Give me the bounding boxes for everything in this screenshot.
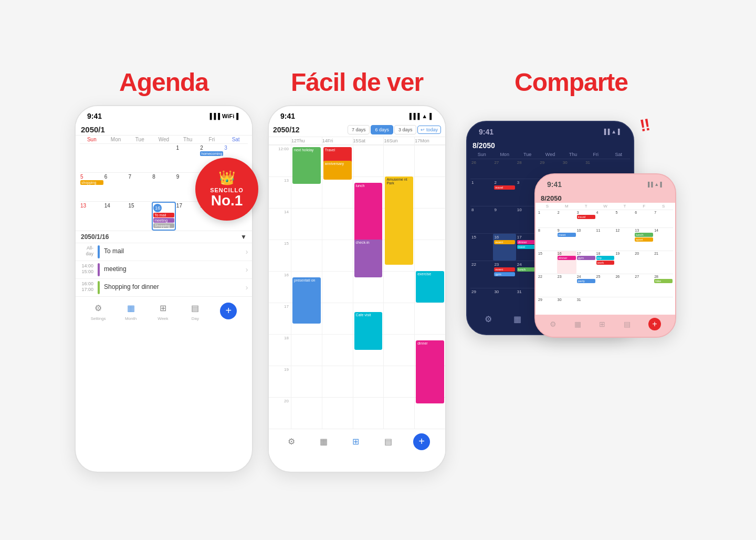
tab-settings-2[interactable]: ⚙ [284, 434, 299, 449]
cal-day-today[interactable]: 16 To mail meeting Shopping [152, 202, 176, 231]
week-event[interactable]: check-in [354, 240, 383, 277]
dark-day[interactable]: 22 [470, 261, 493, 288]
panel-comparte: Comparte ‼ 9:41 ▐▐ ▲ ▌ 8/2050 Sun Mon Tu… [461, 68, 681, 473]
event-bar: event [494, 267, 514, 272]
dark-day[interactable]: 23 event gym [493, 261, 516, 288]
view-tab-3days[interactable]: 3 days [394, 125, 417, 134]
pink-day[interactable]: 1 [538, 210, 557, 227]
pink-day[interactable]: 6 [634, 210, 654, 227]
tab-day[interactable]: ▤ Day [188, 301, 203, 321]
cal-day[interactable] [128, 144, 152, 172]
tab-week[interactable]: ⊞ Week [155, 301, 170, 321]
pink-day[interactable]: 27 [634, 274, 654, 297]
week-event[interactable]: Amuseme nt Park [385, 176, 413, 265]
pink-day[interactable]: 29 [538, 297, 557, 315]
pink-day[interactable]: 23 [557, 274, 576, 297]
dark-day[interactable]: 1 [470, 179, 493, 206]
pink-day[interactable]: 28 hike [654, 274, 673, 297]
week-event[interactable]: dinner [416, 340, 444, 403]
view-tab-7days[interactable]: 7 days [348, 125, 370, 134]
cal-day[interactable]: 1 [176, 144, 200, 172]
pink-day[interactable]: 30 [557, 297, 576, 315]
week-event[interactable]: presentati on [292, 277, 321, 324]
cal-day[interactable]: 17 [176, 202, 200, 231]
dark-day-highlight[interactable]: 16 event [493, 234, 516, 261]
tab-day-2[interactable]: ▤ [381, 434, 396, 449]
pink-day[interactable]: 8 [538, 228, 557, 251]
pink-day[interactable]: 12 [615, 228, 634, 251]
week-scroll[interactable]: 12:00 13 14 15 16 17 18 19 20 [269, 145, 445, 429]
pink-cal-weeks: 1 2 3 travel 4 5 6 7 8 9 [536, 210, 675, 315]
pink-day[interactable]: 10 [576, 228, 596, 251]
cal-day[interactable]: 5 shopping [80, 173, 104, 201]
pink-day[interactable]: 14 [654, 228, 673, 251]
tab-week-2[interactable]: ⊞ [349, 434, 363, 449]
wd-thu: Thu [562, 152, 584, 157]
pink-settings-icon[interactable]: ⚙ [550, 320, 556, 328]
pink-month-icon[interactable]: ▦ [574, 320, 581, 328]
cal-day[interactable]: 15 [128, 202, 152, 231]
dark-day[interactable]: 15 [470, 234, 493, 261]
week-event[interactable]: anniversary [323, 161, 352, 180]
pink-day[interactable]: 20 [634, 251, 654, 274]
dark-day[interactable]: 26 [470, 159, 493, 179]
tab-month-2[interactable]: ▦ [316, 434, 331, 449]
crown-icon: 👑 [218, 170, 235, 186]
dark-day[interactable]: 27 [493, 159, 516, 179]
today-button[interactable]: ↩ today [417, 126, 441, 134]
pink-day[interactable]: 17 gym [576, 251, 596, 274]
dark-day[interactable]: 28 [516, 159, 539, 179]
pink-day[interactable]: 22 [538, 274, 557, 297]
pink-day[interactable]: 25 [596, 274, 615, 297]
pink-day[interactable]: 24 party [576, 274, 596, 297]
pink-day[interactable]: 4 [596, 210, 615, 227]
pink-day[interactable]: 19 [615, 251, 634, 274]
pink-day[interactable]: 3 travel [576, 210, 596, 227]
dark-day[interactable]: 9 [493, 206, 516, 233]
agenda-time: 14:0015:00 [76, 261, 96, 278]
week-event[interactable]: next holiday [292, 147, 321, 184]
add-button-2[interactable]: + [413, 433, 430, 450]
pink-day[interactable]: 2 [557, 210, 576, 227]
week-event[interactable]: Cafe visit [354, 312, 383, 350]
pink-day[interactable]: 5 [615, 210, 634, 227]
pink-day[interactable]: 7 [654, 210, 673, 227]
pink-day[interactable]: 26 [615, 274, 634, 297]
agenda-item[interactable]: 14:0015:00 meeting › [76, 261, 252, 278]
cal-day[interactable] [104, 144, 128, 172]
dark-month-icon[interactable]: ▦ [513, 314, 521, 324]
view-tab-6days[interactable]: 6 days [371, 125, 393, 134]
dark-day[interactable]: 8 [470, 206, 493, 233]
pink-day-highlight[interactable]: 16 dinner [557, 251, 576, 274]
pink-add-button[interactable]: + [648, 318, 661, 330]
pink-day[interactable]: 11 [596, 228, 615, 251]
tab-month[interactable]: ▦ Month [123, 301, 138, 321]
dark-day[interactable]: 2 travel [493, 179, 516, 206]
dark-day[interactable]: 29 [470, 288, 493, 308]
pink-day[interactable]: 31 [576, 297, 596, 315]
pink-day[interactable]: 21 [654, 251, 673, 274]
dark-day[interactable]: 30 [493, 288, 516, 308]
cal-day[interactable]: 7 [128, 173, 152, 201]
agenda-item[interactable]: All-day To mail › [76, 243, 252, 261]
cal-day[interactable]: 13 [80, 202, 104, 231]
pink-week-icon[interactable]: ⊞ [599, 320, 605, 328]
cal-day[interactable]: 8 [152, 173, 176, 201]
cal-day[interactable]: 14 [104, 202, 128, 231]
cal-day[interactable] [152, 144, 176, 172]
wd-mon: Mon [493, 152, 516, 157]
tab-settings[interactable]: ⚙ Settings [91, 301, 106, 321]
dark-settings-icon[interactable]: ⚙ [485, 314, 492, 324]
pink-day-icon[interactable]: ▤ [624, 320, 631, 328]
add-button[interactable]: + [220, 303, 237, 319]
cal-day[interactable]: 6 [104, 173, 128, 201]
agenda-item-text: To mail [102, 243, 242, 261]
agenda-item[interactable]: 16:0017:00 Shopping for dinner › [76, 278, 252, 296]
week-event[interactable]: lunch [354, 183, 383, 246]
cal-day[interactable] [80, 144, 104, 172]
pink-day[interactable]: 9 meet [557, 228, 576, 251]
pink-day[interactable]: 15 [538, 251, 557, 274]
pink-day[interactable]: 18 trip work [596, 251, 615, 274]
pink-day[interactable]: 13 lunch sport [634, 228, 654, 251]
week-event[interactable]: exercise [416, 271, 444, 303]
